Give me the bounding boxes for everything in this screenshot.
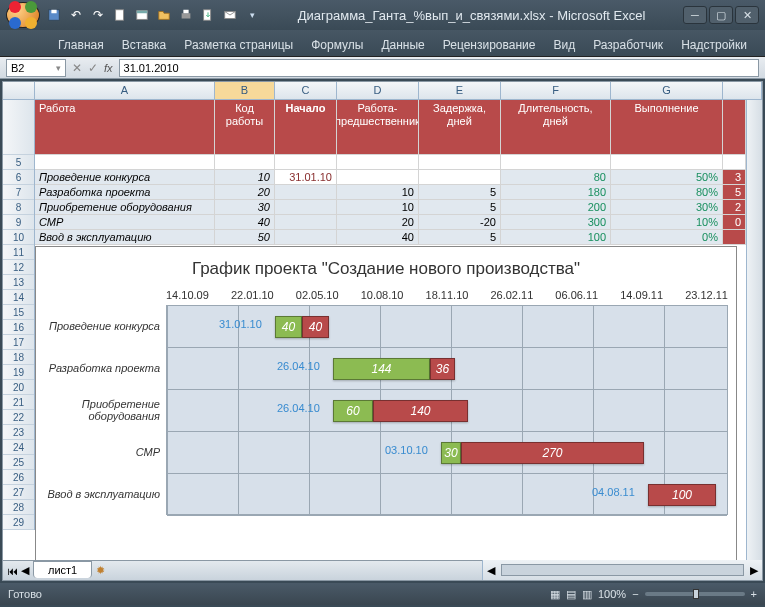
cell-pred[interactable]: 20 (337, 215, 419, 230)
cell-done[interactable]: 0% (611, 230, 723, 245)
row-header[interactable]: 13 (3, 275, 34, 290)
cell-start[interactable] (275, 185, 337, 200)
chevron-down-icon[interactable]: ▾ (56, 63, 61, 73)
col-header-E[interactable]: E (419, 82, 501, 99)
row-header[interactable]: 18 (3, 350, 34, 365)
row-header[interactable]: 23 (3, 425, 34, 440)
row-header[interactable]: 10 (3, 230, 34, 245)
cell-dur[interactable]: 200 (501, 200, 611, 215)
cell-start[interactable] (275, 215, 337, 230)
cell-pred[interactable]: 40 (337, 230, 419, 245)
undo-icon[interactable]: ↶ (68, 7, 84, 23)
cell-extra[interactable]: 5 (723, 185, 746, 200)
minimize-button[interactable]: ─ (683, 6, 707, 24)
select-all-corner[interactable] (3, 82, 35, 99)
print-icon[interactable] (178, 7, 194, 23)
cell-dur[interactable]: 300 (501, 215, 611, 230)
export-icon[interactable] (200, 7, 216, 23)
hdr-H[interactable] (723, 100, 746, 155)
tab-insert[interactable]: Вставка (114, 34, 175, 56)
scroll-right-icon[interactable]: ▶ (750, 564, 758, 577)
cell-delay[interactable]: 5 (419, 230, 501, 245)
cell-pred[interactable] (337, 170, 419, 185)
hdr-D[interactable]: Работа-предшественник (337, 100, 419, 155)
cell-extra[interactable] (723, 230, 746, 245)
cell-delay[interactable]: 5 (419, 200, 501, 215)
row-header[interactable]: 21 (3, 395, 34, 410)
save-icon[interactable] (46, 7, 62, 23)
cell-start[interactable] (275, 200, 337, 215)
cell-dur[interactable]: 80 (501, 170, 611, 185)
view-break-icon[interactable]: ▥ (582, 588, 592, 601)
row-header[interactable]: 24 (3, 440, 34, 455)
row-header[interactable]: 16 (3, 320, 34, 335)
hdr-A[interactable]: Работа (35, 100, 215, 155)
hdr-G[interactable]: Выполнение (611, 100, 723, 155)
close-button[interactable]: ✕ (735, 6, 759, 24)
cell-done[interactable]: 80% (611, 185, 723, 200)
tab-addins[interactable]: Надстройки (673, 34, 755, 56)
cell-delay[interactable] (419, 170, 501, 185)
cell-task[interactable]: Разработка проекта (35, 185, 215, 200)
new-sheet-icon[interactable]: ✹ (96, 564, 105, 577)
redo-icon[interactable]: ↷ (90, 7, 106, 23)
col-header-B[interactable]: B (215, 82, 275, 99)
cell-task[interactable]: Ввод в эксплуатацию (35, 230, 215, 245)
cell-start[interactable] (275, 230, 337, 245)
cell-task[interactable]: Приобретение оборудования (35, 200, 215, 215)
cell-dur[interactable]: 180 (501, 185, 611, 200)
fx-icon[interactable]: fx (104, 62, 113, 74)
tab-page-layout[interactable]: Разметка страницы (176, 34, 301, 56)
cell-delay[interactable]: 5 (419, 185, 501, 200)
row-header[interactable]: 28 (3, 500, 34, 515)
cell-task[interactable]: СМР (35, 215, 215, 230)
zoom-slider[interactable] (645, 592, 745, 596)
row-header[interactable]: 20 (3, 380, 34, 395)
row-header[interactable]: 14 (3, 290, 34, 305)
formula-bar[interactable]: 31.01.2010 (119, 59, 759, 77)
row-header[interactable]: 17 (3, 335, 34, 350)
open-icon[interactable] (156, 7, 172, 23)
cell-task[interactable]: Проведение конкурса (35, 170, 215, 185)
email-icon[interactable] (222, 7, 238, 23)
row-header[interactable]: 22 (3, 410, 34, 425)
row-header[interactable]: 9 (3, 215, 34, 230)
sheet-tab-active[interactable]: лист1 (33, 561, 92, 578)
tab-data[interactable]: Данные (373, 34, 432, 56)
cell-code[interactable]: 20 (215, 185, 275, 200)
zoom-thumb[interactable] (693, 589, 699, 599)
row-header[interactable]: 27 (3, 485, 34, 500)
cell-extra[interactable]: 2 (723, 200, 746, 215)
cell-done[interactable]: 30% (611, 200, 723, 215)
name-box[interactable]: B2▾ (6, 59, 66, 77)
row-header[interactable]: 26 (3, 470, 34, 485)
cell-start[interactable]: 31.01.10 (275, 170, 337, 185)
row-header[interactable]: 5 (3, 155, 34, 170)
scroll-left-icon[interactable]: ◀ (487, 564, 495, 577)
hdr-B[interactable]: Код работы (215, 100, 275, 155)
col-header-C[interactable]: C (275, 82, 337, 99)
row-header[interactable] (3, 100, 34, 155)
zoom-level[interactable]: 100% (598, 588, 626, 600)
vertical-scrollbar[interactable] (746, 100, 762, 560)
hdr-E[interactable]: Задержка, дней (419, 100, 501, 155)
tab-formulas[interactable]: Формулы (303, 34, 371, 56)
row-header[interactable]: 6 (3, 170, 34, 185)
office-button[interactable] (6, 2, 40, 28)
enter-icon[interactable]: ✓ (88, 61, 98, 75)
row-header[interactable]: 29 (3, 515, 34, 530)
cell-pred[interactable]: 10 (337, 200, 419, 215)
qat-more-icon[interactable]: ▾ (244, 7, 260, 23)
horizontal-scrollbar[interactable]: ◀ ▶ (482, 560, 762, 580)
zoom-in-icon[interactable]: + (751, 588, 757, 600)
cell-done[interactable]: 10% (611, 215, 723, 230)
row-header[interactable]: 11 (3, 245, 34, 260)
cell-code[interactable]: 40 (215, 215, 275, 230)
hdr-C[interactable]: Начало (275, 100, 337, 155)
new-icon[interactable] (112, 7, 128, 23)
cell-extra[interactable]: 0 (723, 215, 746, 230)
cell-dur[interactable]: 100 (501, 230, 611, 245)
col-header-A[interactable]: A (35, 82, 215, 99)
hscroll-track[interactable] (501, 564, 744, 576)
cell-delay[interactable]: -20 (419, 215, 501, 230)
